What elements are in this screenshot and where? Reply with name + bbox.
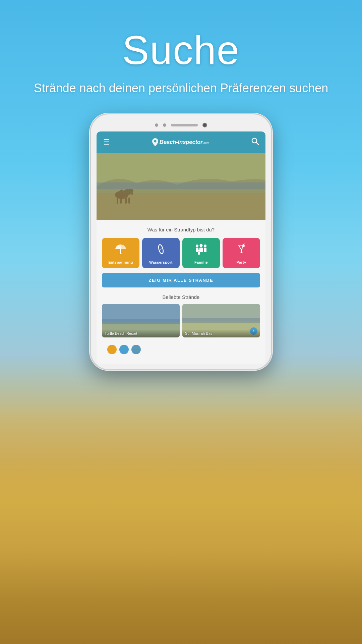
svg-line-17 [159, 248, 163, 251]
beach-type-question: Was für ein Strandtyp bist du? [102, 227, 260, 232]
svg-point-0 [154, 140, 156, 143]
beach-card-label-1: Turtle Beach Resort [102, 329, 180, 337]
svg-point-8 [128, 189, 133, 193]
svg-rect-9 [131, 192, 133, 195]
hero-section: OMAN Dein Strandreiseführer [97, 153, 265, 220]
svg-point-18 [196, 245, 198, 247]
nav-dot-1[interactable] [107, 345, 117, 354]
svg-rect-10 [117, 198, 118, 204]
sand-overlay [0, 409, 362, 644]
search-svg [251, 138, 259, 145]
popular-title: Beliebte Strände [102, 294, 260, 300]
hamburger-icon[interactable]: ☰ [103, 139, 110, 146]
hero-bg-svg [97, 153, 265, 220]
phone-screen: ☰ Beach-Inspector.com [97, 131, 265, 364]
category-label-wassersport: Wassersport [149, 260, 173, 264]
svg-rect-28 [102, 319, 180, 324]
svg-point-20 [204, 245, 206, 247]
svg-rect-11 [120, 198, 122, 204]
phone-wrapper: ☰ Beach-Inspector.com [90, 114, 272, 370]
logo: Beach-Inspector.com [152, 138, 209, 146]
category-label-entspannung: Entspannung [108, 260, 133, 264]
beach-card-turtle[interactable]: Turtle Beach Resort [102, 304, 180, 337]
cocktail-icon [235, 243, 247, 258]
category-label-party: Party [236, 260, 246, 264]
phone-sensors [97, 120, 265, 131]
category-grid: Entspannung Wassersport [102, 238, 260, 268]
svg-point-21 [198, 250, 200, 252]
family-icon [194, 243, 208, 258]
content-section: Was für ein Strandtyp bist du? [97, 220, 265, 364]
logo-text: Beach-Inspector.com [160, 139, 209, 146]
beach-card-label-2: Sur Masirah Bay [182, 329, 260, 337]
beach-card-masira[interactable]: › Sur Masirah Bay [182, 304, 260, 337]
top-section: Suche Strände nach deinen persönlichen P… [0, 27, 362, 97]
umbrella-svg [115, 243, 127, 255]
sensor-camera [202, 123, 207, 127]
svg-line-2 [256, 143, 258, 145]
beaches-grid: Turtle Beach Resort › Sur Masira [102, 304, 260, 337]
page-title: Suche [20, 27, 342, 73]
nav-dot-2[interactable] [119, 345, 129, 354]
category-tile-wassersport[interactable]: Wassersport [142, 238, 180, 268]
app-header: ☰ Beach-Inspector.com [97, 131, 265, 153]
phone-frame: ☰ Beach-Inspector.com [90, 114, 272, 370]
surfboard-icon [155, 243, 167, 258]
umbrella-icon [115, 243, 127, 258]
logo-container: Beach-Inspector.com [152, 138, 209, 146]
sensor-dot-1 [155, 123, 158, 127]
category-tile-party[interactable]: Party [223, 238, 260, 268]
svg-point-19 [200, 244, 203, 247]
pin-icon [152, 138, 158, 146]
category-tile-entspannung[interactable]: Entspannung [102, 238, 139, 268]
cocktail-svg [235, 243, 247, 255]
show-all-button[interactable]: ZEIG MIR ALLE STRÄNDE [102, 273, 260, 287]
svg-point-24 [242, 245, 245, 247]
svg-rect-13 [128, 198, 130, 204]
nav-dot-3[interactable] [131, 345, 141, 354]
search-icon[interactable] [251, 138, 259, 147]
sensor-speaker [171, 124, 198, 126]
popular-section: Beliebte Strände Turtle Beach Resort [102, 294, 260, 342]
category-tile-familie[interactable]: Familie [182, 238, 220, 268]
svg-rect-31 [182, 318, 260, 323]
category-label-familie: Familie [194, 260, 208, 264]
surfboard-svg [155, 243, 167, 255]
page-subtitle: Strände nach deinen persönlichen Präfere… [20, 80, 342, 97]
svg-rect-12 [125, 198, 127, 204]
bottom-dots [102, 342, 260, 357]
sensor-dot-2 [163, 123, 166, 127]
family-svg [194, 243, 208, 255]
svg-rect-5 [97, 182, 265, 189]
